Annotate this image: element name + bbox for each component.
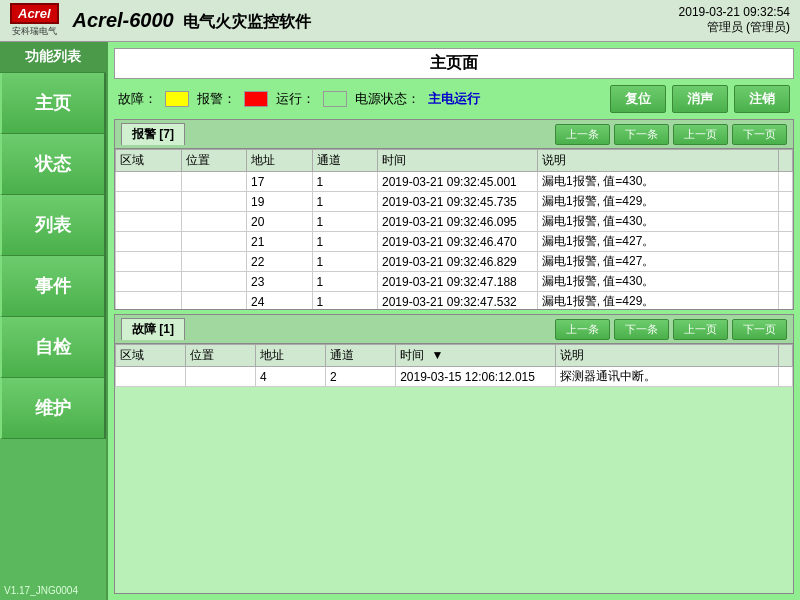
alarm-cell-address: 21 — [247, 232, 313, 252]
alarm-cell-address: 23 — [247, 272, 313, 292]
sidebar-item-status[interactable]: 状态 — [0, 134, 106, 195]
alarm-cell-time: 2019-03-21 09:32:47.188 — [378, 272, 538, 292]
fault-table: 区域 位置 地址 通道 时间 ▼ 说明 4 2 2019-03-15 12:06… — [115, 344, 793, 387]
alarm-cell-channel: 1 — [312, 292, 378, 310]
status-bar: 故障： 报警： 运行： 电源状态： 主电运行 复位 消声 注销 — [114, 83, 794, 115]
fault-table-scroll[interactable]: 区域 位置 地址 通道 时间 ▼ 说明 4 2 2019-03-15 12:06… — [115, 344, 793, 593]
fault-cell-position — [186, 367, 256, 387]
fault-cell-address: 4 — [256, 367, 326, 387]
alarm-col-desc: 说明 — [538, 150, 779, 172]
header-subtitle: 电气火灾监控软件 — [183, 13, 311, 30]
alarm-tab[interactable]: 报警 [7] — [121, 123, 185, 145]
action-buttons: 复位 消声 注销 — [610, 85, 790, 113]
cancel-button[interactable]: 注销 — [734, 85, 790, 113]
fault-col-position: 位置 — [186, 345, 256, 367]
alarm-nav-buttons: 上一条 下一条 上一页 下一页 — [555, 124, 787, 145]
fault-tab[interactable]: 故障 [1] — [121, 318, 185, 340]
alarm-cell-address: 22 — [247, 252, 313, 272]
alarm-cell-address: 24 — [247, 292, 313, 310]
alarm-row[interactable]: 24 1 2019-03-21 09:32:47.532 漏电1报警, 值=42… — [116, 292, 793, 310]
fault-next-item[interactable]: 下一条 — [614, 319, 669, 340]
sidebar-item-selfcheck[interactable]: 自检 — [0, 317, 106, 378]
alarm-row[interactable]: 20 1 2019-03-21 09:32:46.095 漏电1报警, 值=43… — [116, 212, 793, 232]
alarm-cell-time: 2019-03-21 09:32:46.095 — [378, 212, 538, 232]
fault-cell-area — [116, 367, 186, 387]
sidebar-item-maintenance[interactable]: 维护 — [0, 378, 106, 439]
fault-col-area: 区域 — [116, 345, 186, 367]
fault-row[interactable]: 4 2 2019-03-15 12:06:12.015 探测器通讯中断。 — [116, 367, 793, 387]
alarm-next-page[interactable]: 下一页 — [732, 124, 787, 145]
fault-col-address: 地址 — [256, 345, 326, 367]
sidebar-item-event[interactable]: 事件 — [0, 256, 106, 317]
alarm-row[interactable]: 21 1 2019-03-21 09:32:46.470 漏电1报警, 值=42… — [116, 232, 793, 252]
fault-cell-desc: 探测器通讯中断。 — [556, 367, 779, 387]
alarm-cell-desc: 漏电1报警, 值=430。 — [538, 172, 779, 192]
alarm-cell-channel: 1 — [312, 172, 378, 192]
logo-sub: 安科瑞电气 — [12, 25, 57, 38]
alarm-cell-area — [116, 232, 182, 252]
alarm-next-item[interactable]: 下一条 — [614, 124, 669, 145]
user-info: 管理员 (管理员) — [679, 19, 790, 36]
alarm-prev-item[interactable]: 上一条 — [555, 124, 610, 145]
fault-col-desc: 说明 — [556, 345, 779, 367]
alarm-cell-area — [116, 172, 182, 192]
alarm-cell-channel: 1 — [312, 212, 378, 232]
sidebar-item-home[interactable]: 主页 — [0, 73, 106, 134]
fault-prev-item[interactable]: 上一条 — [555, 319, 610, 340]
alarm-cell-time: 2019-03-21 09:32:45.735 — [378, 192, 538, 212]
alarm-cell-desc: 漏电1报警, 值=429。 — [538, 292, 779, 310]
alarm-cell-area — [116, 272, 182, 292]
fault-panel-header: 故障 [1] 上一条 下一条 上一页 下一页 — [115, 315, 793, 344]
alarm-cell-desc: 漏电1报警, 值=427。 — [538, 232, 779, 252]
fault-label: 故障： — [118, 90, 157, 108]
fault-nav-buttons: 上一条 下一条 上一页 下一页 — [555, 319, 787, 340]
fault-prev-page[interactable]: 上一页 — [673, 319, 728, 340]
fault-panel: 故障 [1] 上一条 下一条 上一页 下一页 区域 位置 地址 通道 — [114, 314, 794, 594]
alarm-cell-position — [181, 212, 247, 232]
power-value: 主电运行 — [428, 90, 480, 108]
alarm-row[interactable]: 19 1 2019-03-21 09:32:45.735 漏电1报警, 值=42… — [116, 192, 793, 212]
mute-button[interactable]: 消声 — [672, 85, 728, 113]
version-label: V1.17_JNG0004 — [0, 581, 106, 600]
alarm-col-area: 区域 — [116, 150, 182, 172]
fault-col-channel: 通道 — [326, 345, 396, 367]
alarm-table-scroll[interactable]: 区域 位置 地址 通道 时间 说明 17 1 2019-03-21 09:32:… — [115, 149, 793, 309]
running-indicator — [323, 91, 347, 107]
alarm-cell-area — [116, 212, 182, 232]
alarm-prev-page[interactable]: 上一页 — [673, 124, 728, 145]
alarm-cell-time: 2019-03-21 09:32:46.470 — [378, 232, 538, 252]
fault-next-page[interactable]: 下一页 — [732, 319, 787, 340]
alarm-cell-channel: 1 — [312, 192, 378, 212]
alarm-label: 报警： — [197, 90, 236, 108]
alarm-table: 区域 位置 地址 通道 时间 说明 17 1 2019-03-21 09:32:… — [115, 149, 793, 309]
fault-col-time: 时间 ▼ — [396, 345, 556, 367]
alarm-row[interactable]: 22 1 2019-03-21 09:32:46.829 漏电1报警, 值=42… — [116, 252, 793, 272]
alarm-row[interactable]: 17 1 2019-03-21 09:32:45.001 漏电1报警, 值=43… — [116, 172, 793, 192]
alarm-col-position: 位置 — [181, 150, 247, 172]
content-area: 主页面 故障： 报警： 运行： 电源状态： 主电运行 复位 消声 注销 报警 [… — [108, 42, 800, 600]
alarm-cell-time: 2019-03-21 09:32:45.001 — [378, 172, 538, 192]
alarm-cell-position — [181, 272, 247, 292]
header-title: Acrel-6000 — [73, 9, 174, 31]
alarm-cell-position — [181, 172, 247, 192]
logo-brand: Acrel — [10, 3, 59, 24]
alarm-cell-area — [116, 192, 182, 212]
alarm-col-address: 地址 — [247, 150, 313, 172]
alarm-row[interactable]: 23 1 2019-03-21 09:32:47.188 漏电1报警, 值=43… — [116, 272, 793, 292]
fault-indicator — [165, 91, 189, 107]
alarm-cell-area — [116, 252, 182, 272]
main-layout: 功能列表 主页 状态 列表 事件 自检 维护 V1.17_JNG0004 主页面… — [0, 42, 800, 600]
header-info: 2019-03-21 09:32:54 管理员 (管理员) — [679, 5, 790, 36]
header: Acrel 安科瑞电气 Acrel-6000 电气火灾监控软件 2019-03-… — [0, 0, 800, 42]
alarm-cell-address: 19 — [247, 192, 313, 212]
sidebar-item-list[interactable]: 列表 — [0, 195, 106, 256]
alarm-panel-header: 报警 [7] 上一条 下一条 上一页 下一页 — [115, 120, 793, 149]
reset-button[interactable]: 复位 — [610, 85, 666, 113]
alarm-cell-position — [181, 292, 247, 310]
alarm-cell-channel: 1 — [312, 252, 378, 272]
alarm-cell-position — [181, 192, 247, 212]
sidebar: 功能列表 主页 状态 列表 事件 自检 维护 V1.17_JNG0004 — [0, 42, 108, 600]
alarm-cell-desc: 漏电1报警, 值=430。 — [538, 272, 779, 292]
alarm-cell-address: 17 — [247, 172, 313, 192]
alarm-cell-desc: 漏电1报警, 值=427。 — [538, 252, 779, 272]
